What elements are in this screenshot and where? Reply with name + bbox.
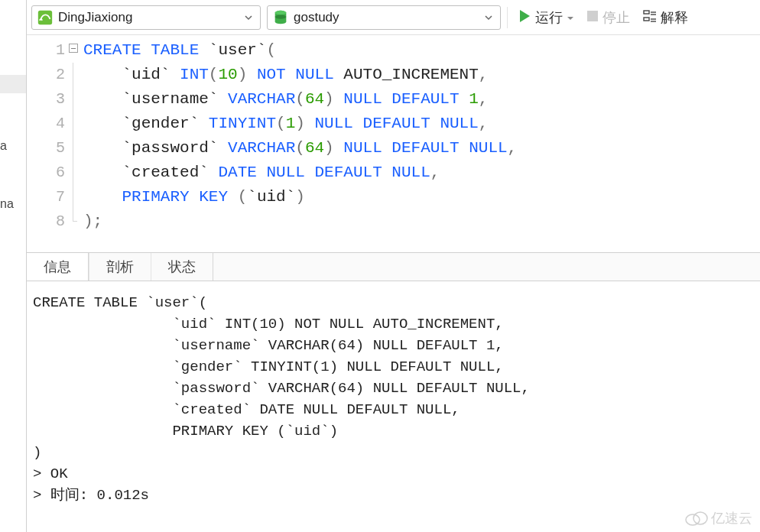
line-number: 6 — [27, 161, 77, 185]
chevron-down-icon — [242, 13, 255, 22]
explain-icon — [642, 8, 658, 26]
svg-point-3 — [275, 10, 287, 15]
svg-rect-6 — [644, 18, 649, 21]
line-number: 1 — [27, 38, 77, 63]
play-icon — [517, 8, 532, 26]
line-number: 4 — [27, 112, 77, 136]
editor-gutter: 1 2 3 4 5 6 7 8 — [27, 35, 77, 252]
tab-status[interactable]: 状态 — [151, 253, 213, 281]
code-area[interactable]: CREATE TABLE `user`( `uid` INT(10) NOT N… — [77, 35, 760, 252]
tab-info[interactable]: 信息 — [27, 253, 89, 281]
line-number: 2 — [27, 63, 77, 87]
database-label: gostudy — [291, 10, 482, 25]
run-label: 运行 — [535, 8, 563, 27]
stop-button: 停止 — [583, 5, 633, 30]
stop-label: 停止 — [602, 8, 630, 27]
fold-toggle-icon[interactable] — [69, 44, 78, 53]
svg-rect-4 — [587, 11, 598, 21]
line-number: 5 — [27, 136, 77, 161]
stop-icon — [586, 9, 599, 25]
database-icon — [272, 9, 289, 26]
svg-point-2 — [275, 15, 287, 18]
run-button[interactable]: 运行 — [514, 5, 576, 30]
main-pane: DingJiaxiong gostudy — [26, 0, 760, 532]
line-number: 8 — [27, 209, 77, 234]
line-number: 3 — [27, 87, 77, 112]
output-panel: CREATE TABLE `user`( `uid` INT(10) NOT N… — [27, 281, 760, 512]
line-number: 7 — [27, 185, 77, 209]
tab-profile[interactable]: 剖析 — [89, 253, 151, 281]
explain-button[interactable]: 解释 — [639, 5, 691, 30]
left-cropped-pane: a na — [0, 0, 26, 532]
sql-editor[interactable]: 1 2 3 4 5 6 7 8 CREATE TABLE `user`( `ui… — [27, 35, 760, 252]
svg-point-12 — [693, 512, 707, 524]
svg-rect-5 — [644, 11, 649, 14]
left-fragment-na: na — [0, 197, 14, 211]
dropdown-icon[interactable] — [567, 11, 573, 24]
database-selector[interactable]: gostudy — [267, 5, 501, 30]
connection-icon — [37, 9, 54, 26]
left-fragment-a: a — [0, 139, 7, 153]
connection-label: DingJiaxiong — [55, 10, 242, 25]
connection-selector[interactable]: DingJiaxiong — [31, 5, 261, 30]
explain-label: 解释 — [661, 8, 688, 27]
watermark: 亿速云 — [685, 509, 752, 527]
chevron-down-icon — [482, 13, 495, 22]
toolbar: DingJiaxiong gostudy — [27, 0, 760, 35]
toolbar-separator — [507, 7, 508, 28]
result-tabs: 信息 剖析 状态 — [27, 252, 760, 281]
